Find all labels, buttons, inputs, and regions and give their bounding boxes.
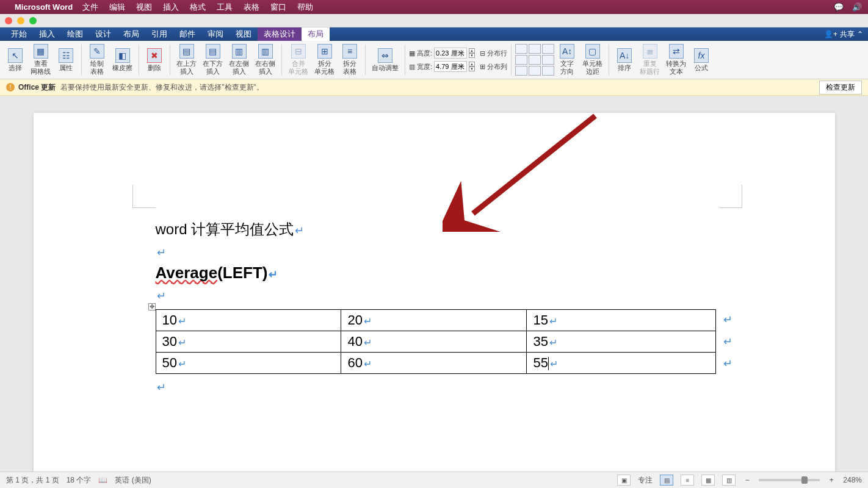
insert-right-button[interactable]: ▥在右侧 插入 [253,43,278,76]
minimize-window[interactable] [17,17,24,24]
return-mark [295,224,304,237]
cell: 10 [156,310,341,331]
menu-tools[interactable]: 工具 [217,2,233,13]
menu-edit[interactable]: 编辑 [109,2,125,13]
menu-insert[interactable]: 插入 [163,2,179,13]
zoom-slider[interactable] [759,479,820,481]
cell: 60 [341,353,527,374]
menu-view[interactable]: 视图 [136,2,152,13]
select-button[interactable]: ↖选择 [4,47,27,73]
window-controls [0,14,868,27]
empty-line-2[interactable] [156,286,713,303]
menu-window[interactable]: 窗口 [270,2,286,13]
share-button[interactable]: 👤+共享⌃ [824,29,863,40]
zoom-in-button[interactable]: + [827,476,836,484]
update-title: Office 更新 [18,82,56,93]
update-message: 若要保持使用最新安全更新、修复和改进，请选择"检查更新"。 [60,82,264,93]
word-count[interactable]: 18 个字 [67,475,92,486]
doc-title-line[interactable]: word 计算平均值公式 [156,220,713,239]
sort-button[interactable]: A↓排序 [613,47,636,73]
tab-home[interactable]: 开始 [5,27,33,41]
formula-line[interactable]: Average(LEFT) [156,264,713,282]
page[interactable]: word 计算平均值公式 Average(LEFT) ✥ 10 20 15 30 [34,113,835,472]
cell: 20 [341,310,527,331]
insert-below-button[interactable]: ▤在下方 插入 [200,43,225,76]
check-updates-button[interactable]: 检查更新 [819,81,862,95]
table-move-handle[interactable]: ✥ [148,303,156,310]
cell: 15 [527,310,715,331]
empty-line-1[interactable] [156,243,713,260]
menu-file[interactable]: 文件 [82,2,98,13]
tab-mailings[interactable]: 邮件 [173,27,201,41]
document-area[interactable]: word 计算平均值公式 Average(LEFT) ✥ 10 20 15 30 [0,96,868,472]
row-end-mark: ↵ [723,335,732,348]
print-layout-view[interactable]: ▤ [660,475,673,486]
spellcheck-icon[interactable]: 📖 [98,476,107,484]
ribbon: ↖选择 ▦查看 网格线 ☷属性 ✎绘制 表格 ◧橡皮擦 ✖删除 ▤在上方 插入 … [0,41,868,79]
empty-line-3[interactable] [156,378,713,395]
wechat-icon[interactable]: 💬 [834,2,844,12]
table-row: 30 40 35 [156,331,715,353]
zoom-window[interactable] [29,17,37,24]
tab-table-layout[interactable]: 布局 [302,27,330,41]
annotation-arrow [443,110,613,232]
page-indicator[interactable]: 第 1 页，共 1 页 [6,475,59,486]
focus-mode-button[interactable]: ▣ [617,475,631,486]
focus-label: 专注 [638,475,653,486]
table-row: 50 60 55 [156,353,715,374]
draft-view[interactable]: ▥ [722,475,736,486]
volume-icon[interactable]: 🔊 [852,2,862,12]
menu-table[interactable]: 表格 [244,2,259,13]
tab-table-design[interactable]: 表格设计 [258,27,302,41]
menu-help[interactable]: 帮助 [297,2,313,13]
width-input[interactable] [434,61,467,72]
distribute-cols-button[interactable]: ⊞分布列 [480,60,507,73]
tab-insert[interactable]: 插入 [33,27,61,41]
return-mark [157,246,166,259]
eraser-button[interactable]: ◧橡皮擦 [110,47,135,73]
app-name: Microsoft Word [15,2,73,12]
insert-above-button[interactable]: ▤在上方 插入 [174,43,199,76]
close-window[interactable] [5,17,12,24]
return-mark [157,289,166,303]
formula-button[interactable]: fx公式 [690,47,713,73]
gridlines-button[interactable]: ▦查看 网格线 [28,43,53,76]
return-mark [269,268,278,281]
properties-button[interactable]: ☷属性 [54,47,78,73]
autofit-button[interactable]: ⇔自动调整 [369,47,401,73]
split-table-button[interactable]: ≡拆分 表格 [338,43,361,76]
status-bar: 第 1 页，共 1 页 18 个字 📖 英语 (美国) ▣ 专注 ▤ ≡ ▦ ▥… [0,472,868,488]
insert-left-button[interactable]: ▥在左侧 插入 [226,43,251,76]
delete-button[interactable]: ✖删除 [143,47,166,73]
zoom-level[interactable]: 248% [843,476,862,484]
row-end-mark: ↵ [723,357,732,370]
row-height-field[interactable]: ▦高度: ▲▼ [409,47,475,59]
tab-design[interactable]: 设计 [89,27,117,41]
outline-view[interactable]: ▦ [701,475,715,486]
language-indicator[interactable]: 英语 (美国) [115,475,151,486]
cell-margins-button[interactable]: ▢单元格 边距 [580,43,605,76]
tab-references[interactable]: 引用 [145,27,173,41]
tab-review[interactable]: 审阅 [201,27,230,41]
split-cells-button[interactable]: ⊞拆分 单元格 [312,43,337,76]
convert-text-button[interactable]: ⇄转换为 文本 [664,43,689,76]
svg-line-0 [473,116,595,214]
text-direction-button[interactable]: A↕文字 方向 [555,43,579,76]
col-width-field[interactable]: ▥宽度: ▲▼ [409,60,475,73]
merge-cells-button: ⊟合并 单元格 [286,43,311,76]
zoom-out-button[interactable]: − [743,476,751,484]
height-input[interactable] [434,48,467,59]
cell: 30 [156,331,341,353]
distribute-rows-button[interactable]: ⊟分布行 [480,47,507,59]
data-table[interactable]: 10 20 15 30 40 35 50 60 55 [156,309,716,374]
draw-table-button[interactable]: ✎绘制 表格 [85,43,109,76]
alignment-grid[interactable] [515,44,554,76]
tab-draw[interactable]: 绘图 [61,27,89,41]
web-layout-view[interactable]: ≡ [681,475,694,486]
menu-format[interactable]: 格式 [190,2,206,13]
tab-view[interactable]: 视图 [230,27,258,41]
update-notification: ! Office 更新 若要保持使用最新安全更新、修复和改进，请选择"检查更新"… [0,79,868,96]
cell: 50 [156,353,341,374]
tab-layout[interactable]: 布局 [117,27,145,41]
mac-menubar: Microsoft Word 文件 编辑 视图 插入 格式 工具 表格 窗口 帮… [0,0,868,14]
